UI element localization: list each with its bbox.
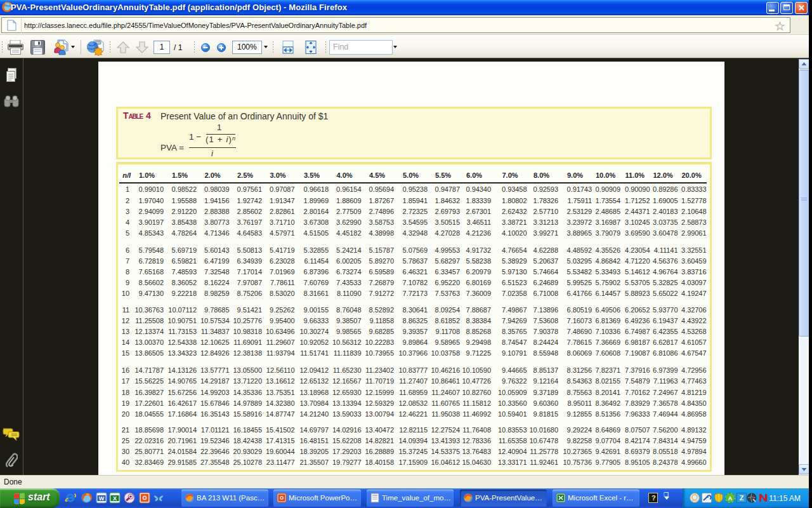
svg-text:A: A [728,495,733,502]
svg-text:W: W [99,495,105,502]
svg-text:Z: Z [740,494,744,502]
svg-text:X: X [113,495,117,502]
